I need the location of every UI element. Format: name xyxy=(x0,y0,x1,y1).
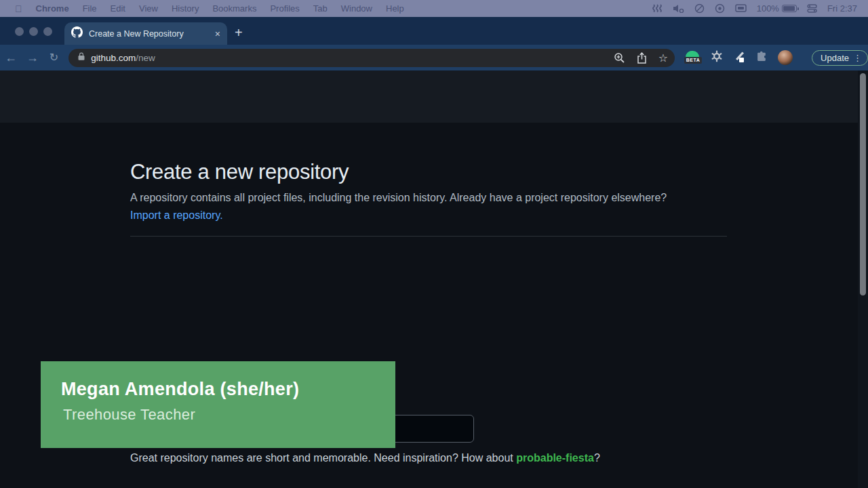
import-repository-link[interactable]: Import a repository. xyxy=(130,209,223,221)
close-tab-icon[interactable]: × xyxy=(215,29,220,39)
bookmark-star-icon[interactable]: ☆ xyxy=(658,52,668,64)
menu-edit[interactable]: Edit xyxy=(111,3,125,14)
tab-title: Create a New Repository xyxy=(89,29,209,39)
lock-icon[interactable] xyxy=(77,52,85,64)
control-center-icon[interactable] xyxy=(807,4,817,13)
battery-indicator[interactable]: 100% xyxy=(757,3,797,14)
url-path: /new xyxy=(136,53,155,63)
menu-view[interactable]: View xyxy=(139,3,158,14)
suggested-repo-name[interactable]: probable-fiesta xyxy=(516,452,594,464)
presenter-name: Megan Amendola (she/her) xyxy=(61,379,299,400)
menu-chrome[interactable]: Chrome xyxy=(36,3,69,14)
github-favicon xyxy=(71,26,83,41)
browser-tab[interactable]: Create a New Repository × xyxy=(64,22,227,45)
menubar-speaker-icon[interactable] xyxy=(673,4,684,13)
menubar-display-icon[interactable] xyxy=(735,4,747,13)
macos-menu-bar:  Chrome File Edit View History Bookmark… xyxy=(0,0,868,17)
minimize-window-button[interactable] xyxy=(29,27,38,36)
browser-menu-icon[interactable]: ⋮ xyxy=(853,53,862,63)
presenter-role: Treehouse Teacher xyxy=(63,406,195,424)
repo-name-hint: Great repository names are short and mem… xyxy=(130,452,600,464)
page-title: Create a new repository xyxy=(130,160,727,184)
pen-extension-icon[interactable] xyxy=(733,50,746,66)
address-bar[interactable]: github.com/new ☆ xyxy=(68,49,675,67)
apple-menu-icon[interactable]:  xyxy=(15,3,22,14)
back-button[interactable]: ← xyxy=(0,52,22,64)
menu-tab[interactable]: Tab xyxy=(313,3,328,14)
battery-icon xyxy=(782,5,797,12)
chrome-tab-strip: Create a New Repository × + xyxy=(0,17,868,45)
close-window-button[interactable] xyxy=(15,27,24,36)
github-header: / Pull requests Issues Marketplace Explo… xyxy=(0,70,868,123)
extensions-puzzle-icon[interactable] xyxy=(756,51,768,65)
menu-help[interactable]: Help xyxy=(386,3,404,14)
extensions-area: BETA Update ⋮ xyxy=(684,50,868,66)
update-chrome-button[interactable]: Update ⋮ xyxy=(812,50,868,66)
screen:  Chrome File Edit View History Bookmark… xyxy=(0,0,868,488)
menu-profiles[interactable]: Profiles xyxy=(270,3,299,14)
menubar-waves-icon[interactable] xyxy=(652,4,663,14)
menu-history[interactable]: History xyxy=(172,3,199,14)
settings-gear-icon[interactable] xyxy=(711,50,723,65)
menubar-dnd-icon[interactable] xyxy=(694,3,705,14)
divider xyxy=(130,236,727,237)
url-host: github.com xyxy=(91,53,136,63)
scrollbar-track[interactable] xyxy=(858,70,868,488)
zoom-window-button[interactable] xyxy=(43,27,52,36)
chrome-profile-avatar[interactable] xyxy=(778,50,793,65)
beta-extension-icon[interactable]: BETA xyxy=(684,51,701,64)
menu-window[interactable]: Window xyxy=(341,3,372,14)
zoom-level-icon[interactable] xyxy=(614,52,625,64)
scrollbar-thumb[interactable] xyxy=(860,73,866,296)
reload-button[interactable]: ↻ xyxy=(43,52,65,63)
menu-file[interactable]: File xyxy=(83,3,97,14)
menubar-app-circle-icon[interactable] xyxy=(715,3,725,14)
chrome-toolbar: ← → ↻ github.com/new ☆ BETA xyxy=(0,45,868,70)
share-icon[interactable] xyxy=(637,52,647,64)
window-controls xyxy=(15,27,52,36)
menu-bookmarks[interactable]: Bookmarks xyxy=(212,3,256,14)
new-tab-button[interactable]: + xyxy=(235,26,243,39)
presenter-lower-third: Megan Amendola (she/her) Treehouse Teach… xyxy=(41,361,395,448)
menubar-clock[interactable]: Fri 2:37 xyxy=(827,3,857,14)
forward-button[interactable]: → xyxy=(22,52,43,64)
intro-text: A repository contains all project files,… xyxy=(130,189,686,224)
battery-percent-label: 100% xyxy=(757,3,779,14)
